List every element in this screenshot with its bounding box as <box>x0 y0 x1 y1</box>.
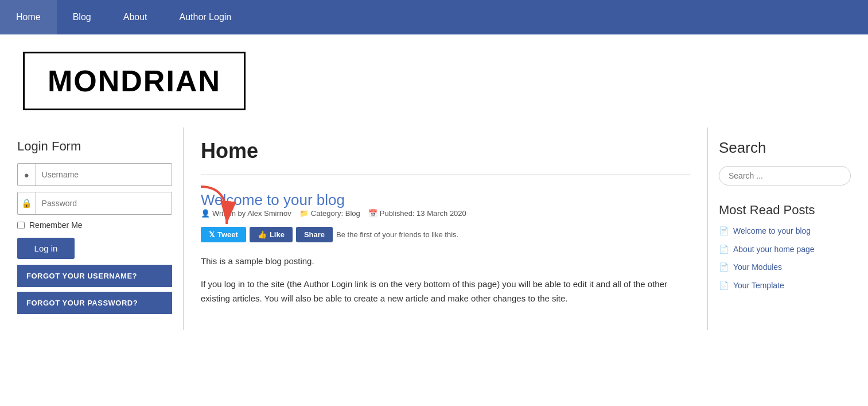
post-category: 📁 Category: Blog <box>299 209 360 218</box>
search-title: Search <box>719 139 851 157</box>
main-content: Home Welcome to your blog 👤 Written by A… <box>184 127 707 330</box>
lock-icon: 🔒 <box>18 192 36 214</box>
logo-box: MONDRIAN <box>23 52 246 110</box>
post-meta: 👤 Written by Alex Smirnov 📁 Category: Bl… <box>201 209 690 218</box>
most-read-list: 📄 Welcome to your blog 📄 About your home… <box>719 226 851 291</box>
most-read-link-2[interactable]: About your home page <box>733 244 815 256</box>
like-button[interactable]: 👍 Like <box>250 227 293 242</box>
author-icon: 👤 <box>201 209 210 218</box>
post-author-text: Written by Alex Smirnov <box>212 209 291 218</box>
user-icon: ● <box>18 164 36 185</box>
social-buttons: 𝕏 Tweet 👍 Like Share Be the f <box>201 227 690 242</box>
doc-icon: 📄 <box>719 281 729 290</box>
post-title-link[interactable]: Welcome to your blog <box>201 191 345 208</box>
password-field-container: 🔒 <box>17 192 172 215</box>
nav-author-login[interactable]: Author Login <box>164 0 248 34</box>
doc-icon: 📄 <box>719 245 729 254</box>
most-read-link-1[interactable]: Welcome to your blog <box>733 226 811 237</box>
page-heading: Home <box>201 139 690 163</box>
most-read-link-4[interactable]: Your Template <box>733 280 784 292</box>
nav-about[interactable]: About <box>107 0 164 34</box>
social-friends-text: Be the first of your friends to like thi… <box>336 230 458 239</box>
post-body-line2: If you log in to the site (the Author Lo… <box>201 277 690 306</box>
arrow-container: 𝕏 Tweet <box>201 227 246 242</box>
doc-icon: 📄 <box>719 226 729 235</box>
post-published-text: Published: 13 March 2020 <box>380 209 466 218</box>
remember-me-row: Remember Me <box>17 221 172 230</box>
post-category-text: Category: Blog <box>311 209 360 218</box>
list-item: 📄 About your home page <box>719 244 851 256</box>
list-item: 📄 Your Modules <box>719 262 851 273</box>
tweet-button[interactable]: 𝕏 Tweet <box>201 227 246 242</box>
post-body-line1: This is a sample blog posting. <box>201 254 690 269</box>
category-icon: 📁 <box>299 209 309 218</box>
logo-text: MONDRIAN <box>48 64 221 98</box>
left-sidebar: Login Form ● 🔒 Remember Me Log in FORGOT… <box>11 127 184 330</box>
login-form-title: Login Form <box>17 139 172 154</box>
doc-icon: 📄 <box>719 262 729 272</box>
remember-me-checkbox[interactable] <box>17 222 25 229</box>
password-input[interactable] <box>36 194 172 212</box>
main-nav: Home Blog About Author Login <box>0 0 868 34</box>
forgot-password-button[interactable]: FORGOT YOUR PASSWORD? <box>17 292 172 314</box>
post-published: 📅 Published: 13 March 2020 <box>368 209 466 218</box>
page-layout: Login Form ● 🔒 Remember Me Log in FORGOT… <box>0 127 868 330</box>
logo-area: MONDRIAN <box>0 34 868 127</box>
twitter-icon: 𝕏 <box>209 230 215 239</box>
list-item: 📄 Your Template <box>719 280 851 292</box>
username-input[interactable] <box>36 165 172 184</box>
forgot-username-button[interactable]: FORGOT YOUR USERNAME? <box>17 265 172 287</box>
login-button[interactable]: Log in <box>17 238 75 259</box>
username-field-container: ● <box>17 163 172 186</box>
post-body: This is a sample blog posting. If you lo… <box>201 254 690 306</box>
most-read-link-3[interactable]: Your Modules <box>733 262 782 273</box>
main-divider <box>201 175 690 175</box>
remember-me-label: Remember Me <box>29 221 83 230</box>
list-item: 📄 Welcome to your blog <box>719 226 851 237</box>
nav-blog[interactable]: Blog <box>57 0 107 34</box>
most-read-title: Most Read Posts <box>719 203 851 218</box>
post-author: 👤 Written by Alex Smirnov <box>201 209 291 218</box>
search-input[interactable] <box>719 166 851 185</box>
nav-home[interactable]: Home <box>0 0 57 34</box>
share-button[interactable]: Share <box>296 227 333 242</box>
thumbs-up-icon: 👍 <box>258 230 267 239</box>
calendar-icon: 📅 <box>368 209 377 218</box>
right-sidebar: Search Most Read Posts 📄 Welcome to your… <box>707 127 857 330</box>
